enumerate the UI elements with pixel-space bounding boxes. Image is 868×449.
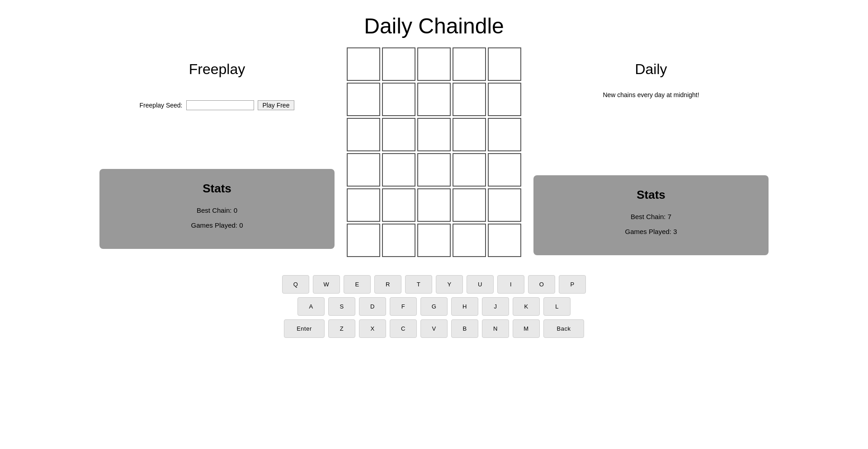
key-n[interactable]: N: [482, 319, 509, 338]
key-q[interactable]: Q: [282, 275, 309, 294]
key-c[interactable]: C: [390, 319, 417, 338]
key-p[interactable]: P: [559, 275, 586, 294]
freeplay-seed-label: Freeplay Seed:: [140, 102, 183, 109]
grid-cell: [488, 47, 521, 81]
key-z[interactable]: Z: [328, 319, 355, 338]
key-f[interactable]: F: [390, 297, 417, 316]
center-panel: [344, 47, 524, 257]
grid-cell: [453, 83, 486, 116]
grid-cell: [417, 188, 451, 222]
freeplay-seed-input[interactable]: [186, 100, 254, 110]
key-h[interactable]: H: [451, 297, 478, 316]
grid-cell: [417, 153, 451, 187]
grid-cell: [453, 188, 486, 222]
grid-cell: [488, 188, 521, 222]
daily-best-chain: Best Chain: 7: [542, 213, 760, 220]
key-x[interactable]: X: [359, 319, 386, 338]
main-layout: Freeplay Freeplay Seed: Play Free Stats …: [0, 47, 868, 257]
grid-cell: [453, 153, 486, 187]
key-i[interactable]: I: [497, 275, 524, 294]
grid-cell: [382, 47, 415, 81]
grid-cell: [382, 188, 415, 222]
daily-stats-box: Stats Best Chain: 7 Games Played: 3: [533, 175, 769, 255]
grid-cell: [347, 83, 380, 116]
keyboard-row-2: ASDFGHJKL: [297, 297, 571, 316]
grid-cell: [347, 118, 380, 151]
grid-cell: [417, 224, 451, 257]
grid-cell: [417, 83, 451, 116]
freeplay-title: Freeplay: [189, 61, 245, 78]
key-d[interactable]: D: [359, 297, 386, 316]
key-m[interactable]: M: [513, 319, 540, 338]
grid-cell: [347, 47, 380, 81]
freeplay-games-played: Games Played: 0: [108, 221, 326, 229]
key-a[interactable]: A: [297, 297, 325, 316]
key-k[interactable]: K: [513, 297, 540, 316]
grid-cell: [347, 153, 380, 187]
key-y[interactable]: Y: [436, 275, 463, 294]
key-enter[interactable]: Enter: [284, 319, 325, 338]
keyboard-section: QWERTYUIOPASDFGHJKLEnterZXCVBNMBack: [0, 275, 868, 338]
grid-cell: [382, 118, 415, 151]
freeplay-stats-title: Stats: [108, 182, 326, 196]
daily-title: Daily: [635, 61, 667, 78]
grid-cell: [417, 118, 451, 151]
grid-cell: [347, 188, 380, 222]
daily-games-played: Games Played: 3: [542, 228, 760, 235]
freeplay-best-chain: Best Chain: 0: [108, 206, 326, 214]
daily-panel: Daily New chains every day at midnight! …: [524, 47, 778, 255]
grid-cell: [453, 118, 486, 151]
grid-cell: [453, 47, 486, 81]
key-t[interactable]: T: [405, 275, 432, 294]
grid-cell: [382, 153, 415, 187]
daily-stats-title: Stats: [542, 188, 760, 202]
grid-cell: [382, 83, 415, 116]
play-free-button[interactable]: Play Free: [258, 100, 295, 110]
grid-cell: [488, 224, 521, 257]
grid-cell: [382, 224, 415, 257]
key-w[interactable]: W: [313, 275, 340, 294]
key-r[interactable]: R: [374, 275, 401, 294]
key-j[interactable]: J: [482, 297, 509, 316]
key-l[interactable]: L: [543, 297, 571, 316]
key-back[interactable]: Back: [543, 319, 584, 338]
grid-cell: [417, 47, 451, 81]
game-grid: [347, 47, 521, 257]
key-u[interactable]: U: [467, 275, 494, 294]
grid-cell: [453, 224, 486, 257]
key-v[interactable]: V: [420, 319, 448, 338]
daily-description: New chains every day at midnight!: [603, 91, 699, 98]
grid-cell: [347, 224, 380, 257]
grid-cell: [488, 118, 521, 151]
keyboard-row-1: QWERTYUIOP: [282, 275, 586, 294]
key-g[interactable]: G: [420, 297, 448, 316]
freeplay-stats-box: Stats Best Chain: 0 Games Played: 0: [99, 169, 335, 249]
key-b[interactable]: B: [451, 319, 478, 338]
key-e[interactable]: E: [344, 275, 371, 294]
keyboard-row-3: EnterZXCVBNMBack: [284, 319, 584, 338]
page-title: Daily Chaindle: [0, 0, 868, 47]
freeplay-panel: Freeplay Freeplay Seed: Play Free Stats …: [90, 47, 344, 249]
key-o[interactable]: O: [528, 275, 555, 294]
grid-cell: [488, 153, 521, 187]
grid-cell: [488, 83, 521, 116]
freeplay-seed-row: Freeplay Seed: Play Free: [140, 100, 295, 110]
key-s[interactable]: S: [328, 297, 355, 316]
